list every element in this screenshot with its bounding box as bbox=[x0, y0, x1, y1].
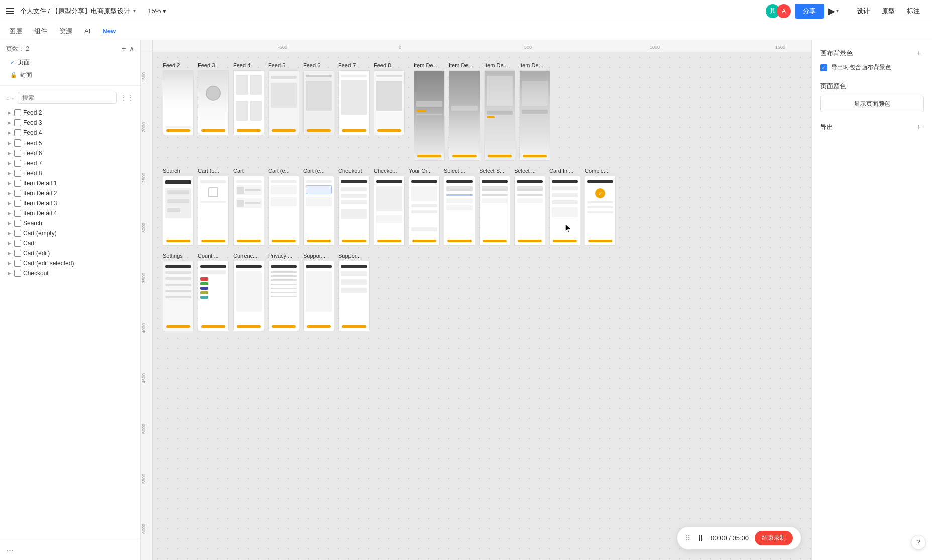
frame-itemdetail1[interactable]: Item De... bbox=[414, 62, 445, 161]
layer-feed5[interactable]: ▶ Feed 5 bbox=[0, 138, 140, 148]
more-options-icon[interactable]: ··· bbox=[6, 545, 14, 555]
recording-dots-icon[interactable]: ⠿ bbox=[685, 534, 690, 542]
frame-search[interactable]: Search bbox=[163, 168, 194, 246]
page-item-cover[interactable]: 🔒 封面 bbox=[6, 69, 134, 81]
collapse-pages-icon[interactable]: ∧ bbox=[129, 45, 134, 53]
share-button[interactable]: 分享 bbox=[795, 4, 824, 19]
layer-itemdetail2[interactable]: ▶ Item Detail 2 bbox=[0, 188, 140, 198]
frame-feed5[interactable]: Feed 5 bbox=[268, 62, 299, 135]
search-input[interactable] bbox=[18, 92, 117, 104]
tab-design[interactable]: 设计 bbox=[851, 5, 876, 18]
frame-country[interactable]: Countr... bbox=[198, 253, 229, 331]
collapse-layers-icon[interactable]: ⋮⋮ bbox=[120, 94, 134, 102]
layer-itemdetail4[interactable]: ▶ Item Detail 4 bbox=[0, 208, 140, 218]
layer-itemdetail3[interactable]: ▶ Item Detail 3 bbox=[0, 198, 140, 208]
frame-thumb[interactable] bbox=[198, 70, 229, 135]
help-button[interactable]: ? bbox=[911, 535, 926, 550]
show-color-button[interactable]: 显示页面颜色 bbox=[820, 96, 924, 112]
tab-new[interactable]: New bbox=[97, 25, 121, 37]
layer-cartedit[interactable]: ▶ Cart (edit) bbox=[0, 248, 140, 258]
frame-thumb[interactable] bbox=[514, 176, 545, 246]
frame-selects[interactable]: Select S... bbox=[479, 168, 510, 246]
recording-pause-icon[interactable]: ⏸ bbox=[696, 534, 705, 543]
frame-thumb[interactable] bbox=[374, 70, 405, 135]
frame-support1[interactable]: Suppor... bbox=[303, 253, 334, 331]
frame-thumb[interactable] bbox=[338, 70, 370, 135]
layer-search[interactable]: ▶ Search bbox=[0, 218, 140, 228]
tab-layers[interactable]: 图层 bbox=[4, 25, 27, 38]
play-button[interactable]: ▶ ▾ bbox=[824, 4, 843, 19]
frame-feed6[interactable]: Feed 6 bbox=[303, 62, 334, 135]
frame-thumb[interactable] bbox=[303, 176, 334, 246]
stop-recording-button[interactable]: 结束录制 bbox=[755, 531, 793, 545]
frame-select2[interactable]: Select ... bbox=[514, 168, 545, 246]
canvas[interactable]: Feed 2 Feed 3 bbox=[153, 52, 811, 560]
frame-feed7[interactable]: Feed 7 bbox=[338, 62, 370, 135]
frame-thumb[interactable] bbox=[233, 70, 264, 135]
frame-yourorder[interactable]: Your Or... bbox=[409, 168, 440, 246]
frame-thumb[interactable] bbox=[338, 261, 370, 331]
canvas-bg-add-icon[interactable]: + bbox=[914, 48, 924, 58]
frame-thumb[interactable] bbox=[163, 176, 194, 246]
breadcrumb-dropdown-icon[interactable]: ▾ bbox=[133, 8, 136, 14]
hamburger-menu-icon[interactable] bbox=[6, 6, 16, 16]
frame-cart[interactable]: Cart bbox=[233, 168, 264, 246]
layer-feed4[interactable]: ▶ Feed 4 bbox=[0, 128, 140, 138]
tab-prototype[interactable]: 原型 bbox=[876, 5, 901, 18]
zoom-control[interactable]: 15% ▾ bbox=[148, 7, 166, 15]
frame-feed2[interactable]: Feed 2 bbox=[163, 62, 194, 135]
frame-support2[interactable]: Suppor... bbox=[338, 253, 370, 331]
layer-feed6[interactable]: ▶ Feed 6 bbox=[0, 148, 140, 158]
frame-feed4[interactable]: Feed 4 bbox=[233, 62, 264, 135]
layer-carteditsel[interactable]: ▶ Cart (edit selected) bbox=[0, 258, 140, 268]
frame-cartedit[interactable]: Cart (e... bbox=[268, 168, 299, 246]
layer-feed8[interactable]: ▶ Feed 8 bbox=[0, 168, 140, 178]
frame-thumb[interactable] bbox=[374, 176, 405, 246]
add-page-icon[interactable]: + bbox=[122, 44, 126, 53]
frame-thumb[interactable] bbox=[549, 176, 580, 246]
search-dropdown-icon[interactable]: ⌕ ▾ bbox=[6, 95, 15, 101]
frame-carteditsel[interactable]: Cart (e... bbox=[303, 168, 334, 246]
frame-cardinfo[interactable]: Card Inf... bbox=[549, 168, 580, 246]
frame-itemdetail2[interactable]: Item De... bbox=[449, 62, 480, 161]
frame-thumb[interactable] bbox=[449, 70, 480, 161]
frame-thumb[interactable] bbox=[409, 176, 440, 246]
tab-mark[interactable]: 标注 bbox=[901, 5, 926, 18]
frame-thumb[interactable] bbox=[484, 70, 515, 161]
frame-thumb[interactable] bbox=[479, 176, 510, 246]
frame-thumb[interactable] bbox=[198, 176, 229, 246]
tab-ai[interactable]: AI bbox=[79, 25, 95, 37]
frame-feed3[interactable]: Feed 3 bbox=[198, 62, 229, 135]
tab-components[interactable]: 组件 bbox=[29, 25, 52, 38]
frame-thumb[interactable] bbox=[268, 70, 299, 135]
breadcrumb-title[interactable]: 【原型分享】电商原型设计 bbox=[52, 7, 130, 16]
canvas-bg-checkbox[interactable]: ✓ bbox=[820, 64, 827, 71]
frame-thumb[interactable] bbox=[268, 261, 299, 331]
frame-thumb[interactable] bbox=[163, 261, 194, 331]
frame-thumb[interactable] bbox=[163, 70, 194, 135]
frame-thumb[interactable] bbox=[198, 261, 229, 331]
layer-cartempty[interactable]: ▶ Cart (empty) bbox=[0, 228, 140, 238]
frame-itemdetail4[interactable]: Item De... bbox=[519, 62, 550, 161]
frame-privacy[interactable]: Privacy ... bbox=[268, 253, 299, 331]
tab-assets[interactable]: 资源 bbox=[54, 25, 77, 38]
frame-select1[interactable]: Select ... bbox=[444, 168, 475, 246]
page-item-page[interactable]: ✓ 页面 bbox=[6, 56, 134, 69]
play-dropdown-icon[interactable]: ▾ bbox=[836, 8, 839, 14]
frame-checkout[interactable]: Checkout bbox=[338, 168, 370, 246]
frame-cartempty[interactable]: Cart (e... bbox=[198, 168, 229, 246]
frame-feed8[interactable]: Feed 8 bbox=[374, 62, 405, 135]
frame-thumb[interactable]: ✓ bbox=[585, 176, 616, 246]
frame-itemdetail3[interactable]: Item De... bbox=[484, 62, 515, 161]
frame-thumb[interactable] bbox=[444, 176, 475, 246]
frame-thumb[interactable] bbox=[268, 176, 299, 246]
frame-currency[interactable]: Currenc... bbox=[233, 253, 264, 331]
frame-checkout2[interactable]: Checko... bbox=[374, 168, 405, 246]
layer-cart[interactable]: ▶ Cart bbox=[0, 238, 140, 248]
frame-settings[interactable]: Settings bbox=[163, 253, 194, 331]
frame-thumb[interactable] bbox=[519, 70, 550, 161]
frame-thumb[interactable] bbox=[338, 176, 370, 246]
layer-feed7[interactable]: ▶ Feed 7 bbox=[0, 158, 140, 168]
frame-thumb[interactable] bbox=[303, 70, 334, 135]
layer-checkout[interactable]: ▶ Checkout bbox=[0, 268, 140, 278]
